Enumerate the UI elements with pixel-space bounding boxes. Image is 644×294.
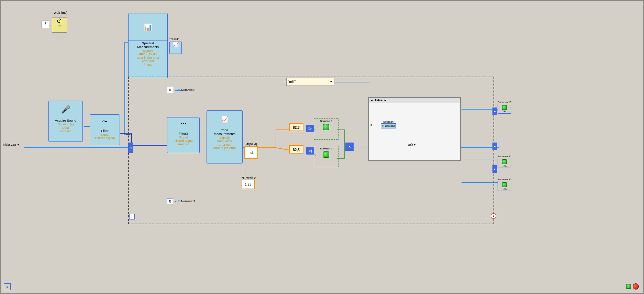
shift-register-right-top: ► — [492, 108, 497, 115]
numeric7-arrow: → — [174, 200, 177, 203]
f-constant: F — [370, 124, 373, 127]
numeric7-container: 0 → ⇑ Numeric 7 — [167, 198, 195, 204]
case-left-arrow[interactable]: ◄ — [370, 99, 373, 102]
boolean19-tfl: TFL — [499, 110, 510, 113]
wait-constant[interactable]: 1 — [42, 21, 49, 28]
boolean20-label: Boolean 20 — [498, 178, 511, 181]
spectral-measurements-block[interactable]: 📊 Spectral Measurements Signals FFT - (P… — [128, 13, 168, 78]
loop-iteration-terminal: i — [129, 214, 135, 219]
boolean2-led — [323, 151, 329, 158]
less-than-node: ◁ — [306, 147, 314, 155]
boolean21-container: Boolean 21 TFL — [498, 155, 511, 168]
numeric7-const[interactable]: 0 — [167, 198, 173, 204]
spectral-errorout-port: error out — [129, 59, 167, 63]
boolean2-dashed-box: Boolean 2 — [314, 146, 338, 167]
shift-register-right-mid: ► — [492, 143, 497, 150]
boolean21-label: Boolean 21 — [498, 155, 511, 158]
miii-selector-container: "miii" ▼ — [283, 78, 334, 86]
spectral-title: Spectral Measurements — [129, 41, 167, 49]
boolean20-tfl: TFL — [499, 188, 510, 190]
boolean21-tfl: TFL — [499, 165, 510, 167]
acquire-duration-port: Duration (s) — [49, 123, 82, 126]
miii-ctrl-label: miii — [408, 143, 413, 146]
acquire-sound-block[interactable]: 🎤 Acquire Sound Duration (s) Data error … — [48, 101, 83, 142]
filter3-title: Filter3 — [167, 131, 199, 136]
tone-measurements-block[interactable]: 📈 Tone Measurements Signals Frequency er… — [207, 110, 243, 163]
tone-frequency-port: Frequency — [207, 139, 242, 143]
boolean-up-arrow: ⇑ — [382, 124, 384, 127]
inizializza-container: inizializza ▼ — [3, 143, 20, 146]
result-indicator: 📈 — [169, 42, 182, 54]
result-label: Result — [169, 37, 179, 41]
numeric8-shift-icon: ⇑ — [178, 88, 180, 92]
shift-register-left: ◄ — [128, 143, 133, 153]
filter3-filtered-port: Filtered Signal — [167, 139, 199, 143]
numeric8-container: 0 → ⇑ Numeric 8 — [167, 87, 195, 93]
stop-button[interactable] — [633, 283, 639, 290]
spectral-fft-port: FFT - (Peak) — [129, 53, 167, 56]
boolean-inside-label: Boolean — [381, 120, 396, 123]
loop-stop-terminal: ● — [491, 213, 496, 219]
numeric8-const[interactable]: 0 — [167, 87, 173, 93]
boolean19-label: Boolean 19 — [498, 101, 511, 104]
mi-indicator-container: MI(82.4) 📊 — [244, 143, 258, 159]
spectral-errorin-port: error in (no error — [129, 56, 167, 59]
numeric7-label: Numeric 7 — [181, 200, 195, 203]
filter3-signal-port: Signal — [167, 136, 199, 139]
numeric8-arrow: → — [174, 88, 177, 92]
boolean20-led — [502, 182, 507, 187]
boolean-inside-container: Boolean ⇑ Boolean — [381, 120, 396, 128]
boolean3-led — [323, 124, 329, 130]
iteration-label: 1 — [6, 285, 8, 289]
iteration-counter: 1 — [4, 283, 11, 290]
and-node: ∧ — [345, 143, 354, 151]
tone-title: Tone Measurements — [207, 128, 242, 136]
miii-ctrl-arrow[interactable]: ▼ — [413, 143, 417, 146]
boolean21-led — [502, 159, 507, 164]
filter3-errorout-port: error out — [167, 143, 199, 146]
boolean20-container: Boolean 20 TFL — [498, 178, 511, 191]
wait-ms-block[interactable]: ⏱ ms — [52, 18, 67, 33]
tone-signals-port: Signals — [207, 136, 242, 139]
numeric7-shift-icon: ⇑ — [178, 200, 180, 203]
boolean3-label: Boolean 3 — [314, 119, 338, 123]
boolean19-container: Boolean 19 TFL — [498, 101, 511, 114]
spectral-phase-port: Phase — [129, 63, 167, 66]
numeric2-display: 1.23 — [242, 180, 255, 189]
inizializza-arrow: ▼ — [17, 143, 20, 146]
filter-block[interactable]: 〜 Filter Signal Filtered Signal — [90, 114, 120, 145]
wait-ms-label: Wait (ms) — [54, 11, 67, 14]
boolean2-label: Boolean 2 — [314, 146, 338, 150]
main-canvas: Wait (ms) 1 ⏱ ms 📊 Spectral Measurements… — [0, 0, 644, 294]
filter-filteredsig-port: Filtered Signal — [90, 136, 120, 140]
boolean19-led — [502, 105, 507, 110]
filter-signal-port: Signal — [90, 133, 120, 136]
boolean-inside-text: Boolean — [385, 124, 395, 127]
filter3-block[interactable]: 〰 Filter3 Signal Filtered Signal error o… — [167, 117, 200, 153]
boolean-inside-block: ⇑ Boolean — [381, 123, 396, 128]
acquire-sound-title: Acquire Sound — [49, 118, 82, 123]
mi-label: MI(82.4) — [244, 143, 258, 146]
case-structure[interactable]: ◄ False ► F Boolean ⇑ Boolean — [368, 97, 461, 161]
run-indicator[interactable] — [626, 284, 631, 289]
acquire-data-port: Data — [49, 126, 82, 129]
boolean21-block: TFL — [498, 158, 511, 168]
tone-errorin-port: error in (no error — [207, 146, 242, 150]
case-right-arrow[interactable]: ► — [384, 99, 387, 102]
numeric2-container: Numeric 2 1.23 — [242, 176, 256, 189]
greater-than-node: ▷ — [306, 125, 314, 132]
numeric2-label: Numeric 2 — [242, 176, 256, 180]
shift-register-right-bot: ► — [492, 165, 497, 173]
miii-string-ctrl[interactable]: "miii" ▼ — [286, 78, 334, 86]
acquire-errorout-port: error out — [49, 129, 82, 133]
tone-errorout-port: error out — [207, 143, 242, 146]
miii-ctrl-container[interactable]: miii ▼ — [408, 143, 416, 146]
val-82-5-box[interactable]: 82,5 — [289, 145, 303, 154]
case-value: False — [375, 99, 382, 102]
filter-title: Filter — [90, 128, 120, 133]
miii-dropdown-icon[interactable]: ▼ — [330, 80, 333, 83]
val-82-3-box[interactable]: 82,3 — [289, 123, 303, 131]
inizializza-label: inizializza — [3, 143, 16, 146]
spectral-signals-port: Signals — [129, 49, 167, 53]
boolean19-block: TFL — [498, 104, 511, 114]
